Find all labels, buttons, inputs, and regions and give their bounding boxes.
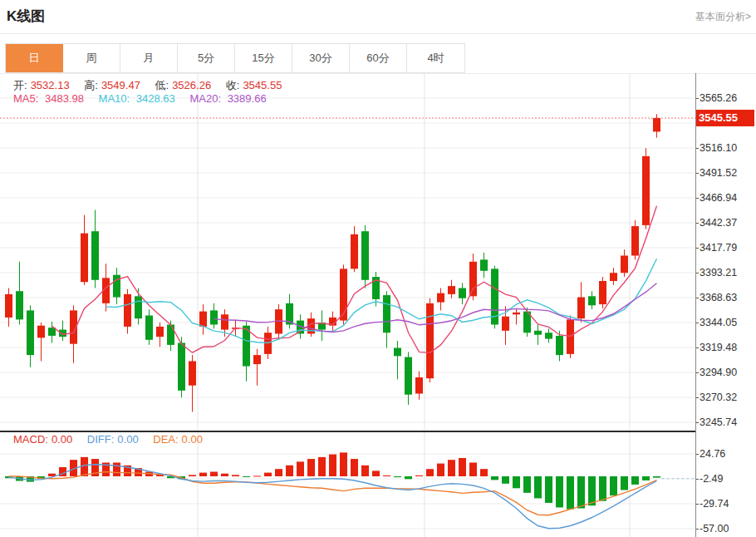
header-divider bbox=[0, 33, 756, 34]
page-title: K线图 bbox=[7, 7, 45, 26]
tab-3[interactable]: 5分 bbox=[178, 44, 235, 72]
macd-legend: MACD:0.00 DIFF:0.00 DEA:0.00 bbox=[13, 433, 214, 446]
ma5-value: 3483.98 bbox=[45, 92, 84, 105]
ma10-value: 3428.63 bbox=[136, 92, 175, 105]
tab-2[interactable]: 月 bbox=[120, 44, 178, 72]
diff-label: DIFF: bbox=[87, 433, 115, 446]
ohlc-legend: 开:3532.13 高:3549.47 低:3526.26 收:3545.55 bbox=[13, 78, 293, 93]
price-axis-label: 3294.90 bbox=[700, 366, 737, 379]
tab-0[interactable]: 日 bbox=[6, 44, 63, 72]
price-axis-label: 3319.48 bbox=[700, 341, 737, 354]
price-axis-label: 3565.26 bbox=[700, 91, 737, 105]
tab-4[interactable]: 15分 bbox=[235, 44, 292, 72]
price-axis-label: 3245.74 bbox=[700, 416, 737, 429]
current-price-tag: 3545.55 bbox=[696, 110, 754, 126]
macd-axis-label: 24.76 bbox=[700, 447, 725, 461]
macd-axis-label: -2.49 bbox=[700, 472, 724, 485]
ma10-label: MA10: bbox=[99, 92, 130, 105]
open-value: 3532.13 bbox=[31, 79, 70, 91]
macd-chart[interactable] bbox=[0, 431, 695, 537]
tab-6[interactable]: 60分 bbox=[350, 44, 407, 72]
price-axis-label: 3270.32 bbox=[700, 391, 737, 404]
panel-divider bbox=[0, 431, 695, 432]
price-axis-label: 3516.10 bbox=[700, 141, 737, 155]
ma20-value: 3389.66 bbox=[228, 92, 267, 105]
tab-1[interactable]: 周 bbox=[63, 44, 120, 72]
dea-value: 0.00 bbox=[182, 433, 203, 446]
tab-5[interactable]: 30分 bbox=[292, 44, 350, 72]
ma5-label: MA5: bbox=[13, 92, 38, 105]
y-axis-line bbox=[695, 73, 696, 537]
dea-label: DEA: bbox=[153, 433, 178, 446]
tab-7[interactable]: 4时 bbox=[407, 44, 464, 72]
high-value: 3549.47 bbox=[101, 79, 140, 91]
low-value: 3526.26 bbox=[172, 79, 211, 91]
price-axis-label: 3466.94 bbox=[700, 191, 737, 204]
ma-legend: MA5: 3483.98 MA10: 3428.63 MA20: 3389.66 bbox=[13, 92, 278, 105]
macd-axis-label: -57.00 bbox=[700, 522, 729, 535]
ma20-label: MA20: bbox=[189, 92, 221, 105]
period-tab-bar: 日周月5分15分30分60分4时 bbox=[5, 43, 465, 73]
diff-value: 0.00 bbox=[117, 433, 138, 446]
macd-value: 0.00 bbox=[52, 433, 72, 446]
close-value: 3545.55 bbox=[243, 79, 282, 91]
open-label: 开: bbox=[13, 79, 27, 91]
high-label: 高: bbox=[84, 79, 98, 91]
macd-axis-label: -29.74 bbox=[700, 497, 729, 510]
fundamental-analysis-link[interactable]: 基本面分析> bbox=[695, 10, 751, 24]
price-axis-label: 3442.37 bbox=[700, 216, 737, 229]
close-label: 收: bbox=[226, 79, 240, 91]
price-axis-label: 3344.05 bbox=[700, 316, 737, 329]
candlestick-chart[interactable] bbox=[0, 73, 695, 431]
kline-chart-panel: K线图 基本面分析> 日周月5分15分30分60分4时 开:3532.13 高:… bbox=[0, 0, 756, 537]
price-axis-label: 3491.52 bbox=[700, 166, 737, 180]
macd-label: MACD: bbox=[13, 433, 48, 446]
price-axis-label: 3393.21 bbox=[700, 266, 737, 279]
price-axis-label: 3417.79 bbox=[700, 241, 737, 254]
price-axis-label: 3368.63 bbox=[700, 291, 737, 304]
low-label: 低: bbox=[155, 79, 169, 91]
